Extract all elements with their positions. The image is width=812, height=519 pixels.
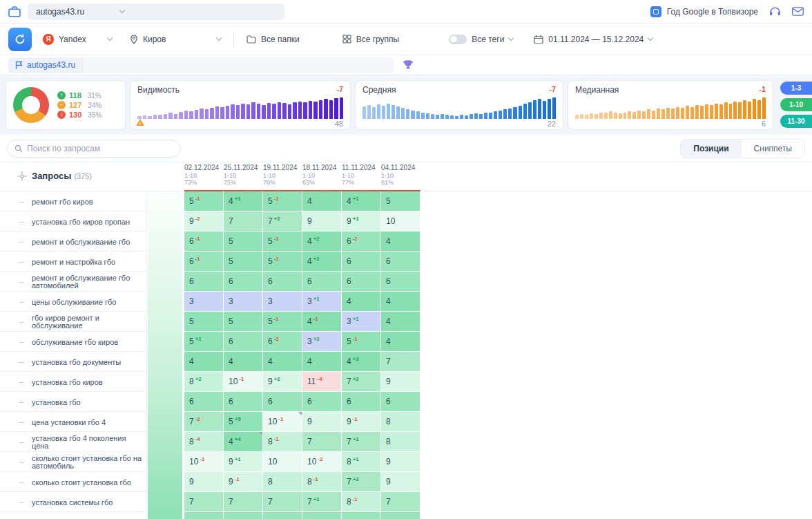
position-cell[interactable]: 9-1	[224, 472, 262, 491]
table-row[interactable]: –установка гбо документы44444+37	[0, 352, 812, 372]
position-cell[interactable]: 3	[184, 292, 223, 311]
position-cell[interactable]: 7	[302, 432, 341, 451]
table-row[interactable]: –сколько стоит установка гбо на автомоби…	[0, 452, 812, 472]
position-cell[interactable]: 4	[184, 352, 223, 371]
row-handle[interactable]: –	[19, 377, 23, 386]
query-label[interactable]: установка гбо 4 поколения цена	[32, 435, 144, 450]
row-handle[interactable]: –	[19, 297, 23, 305]
position-cell[interactable]: 6-3	[263, 332, 302, 351]
query-label[interactable]: установка гбо киров	[32, 378, 144, 386]
query-label[interactable]: установка гбо киров пропан	[32, 218, 144, 225]
row-handle[interactable]: –	[19, 417, 23, 426]
position-cell[interactable]: 3+1	[302, 292, 341, 311]
position-cell[interactable]: 8-4	[184, 432, 223, 451]
range-badge[interactable]: 1-10	[780, 98, 812, 111]
row-handle[interactable]: –	[19, 197, 23, 205]
trophy-icon[interactable]	[403, 59, 414, 70]
column-header[interactable]: 04.11.20241-1081%	[381, 164, 420, 186]
position-cell[interactable]: 6-2	[342, 232, 380, 251]
mail-icon[interactable]	[792, 7, 804, 16]
table-row[interactable]: –установка гбо 4 поколения цена8-44+48-1…	[0, 432, 812, 452]
query-label[interactable]: ремонт и обслуживание гбо автомобилей	[32, 274, 144, 290]
position-cell[interactable]: 9	[302, 211, 341, 231]
position-cell[interactable]: 10-1	[224, 372, 262, 391]
position-cell[interactable]: 7+2	[263, 211, 302, 231]
position-cell[interactable]: 4	[224, 352, 262, 371]
table-row[interactable]: –цены обслуживание гбо3333+144	[0, 292, 812, 312]
position-cell[interactable]: 7+2	[342, 372, 380, 391]
position-cell[interactable]: 7+2	[342, 472, 380, 491]
search-engine-select[interactable]: Я Yandex	[43, 34, 112, 45]
column-header[interactable]: 19.11.20241-1070%	[263, 164, 302, 186]
position-cell[interactable]: 9+1	[342, 211, 380, 231]
row-handle[interactable]: –	[19, 498, 23, 506]
position-cell[interactable]: 10-2	[302, 452, 341, 471]
query-label[interactable]: ремонт гбо киров	[32, 198, 144, 205]
position-cell[interactable]: 4	[302, 191, 341, 211]
table-row[interactable]: –ремонт гбо киров5-14+15-144+15	[0, 191, 812, 211]
position-cell[interactable]: 5	[224, 312, 262, 331]
tab-snippets[interactable]: Сниппеты	[742, 140, 804, 158]
position-cell[interactable]: 6	[381, 252, 420, 271]
position-cell[interactable]: 10-1	[263, 412, 302, 431]
table-row[interactable]: –установка системы гбо7777+18-17	[0, 492, 812, 512]
position-cell[interactable]: 5-1	[263, 312, 302, 331]
position-cell[interactable]: 6	[263, 392, 302, 411]
position-cell[interactable]: 7+1	[302, 492, 341, 511]
project-domain-chip[interactable]: autogas43.ru	[8, 57, 82, 73]
position-cell[interactable]: 6	[184, 272, 223, 291]
position-cell[interactable]: 6	[342, 392, 380, 411]
position-cell[interactable]: 5	[224, 252, 262, 271]
position-cell[interactable]: 5-1	[263, 191, 302, 211]
table-row[interactable]: –гбо киров ремонт и обслуживание555-14-1…	[0, 312, 812, 332]
position-cell[interactable]: 4+2	[302, 252, 341, 271]
position-cell[interactable]: 10	[263, 452, 302, 471]
row-handle[interactable]: –	[19, 397, 23, 406]
position-cell[interactable]: 9-2	[184, 211, 223, 231]
table-row[interactable]: –установка гбо киров пропан9-277+299+110	[0, 211, 812, 232]
folders-select[interactable]: Все папки	[246, 35, 300, 44]
position-cell[interactable]: 5+5	[224, 412, 262, 431]
position-cell[interactable]: 10	[381, 211, 420, 231]
move-icon[interactable]	[17, 171, 27, 181]
position-cell[interactable]: 6	[302, 272, 341, 291]
query-label[interactable]: ремонт и обслуживание гбо	[32, 238, 144, 245]
position-cell[interactable]: 8-1	[342, 492, 380, 511]
position-cell[interactable]: 8-1	[263, 432, 302, 451]
table-row[interactable]: –установка гбо666666	[0, 392, 812, 412]
row-handle[interactable]: –	[19, 457, 23, 466]
position-cell[interactable]: 3+2	[302, 332, 341, 351]
project-select[interactable]: autogas43.ru	[28, 3, 284, 20]
row-handle[interactable]: –	[19, 337, 23, 346]
position-cell[interactable]: 4	[381, 332, 420, 351]
summary-donut-card[interactable]: ↑11831%−12734%↓13035%	[6, 80, 126, 130]
column-header[interactable]: 25.11.20241-1075%	[224, 164, 263, 186]
position-cell[interactable]: 6	[302, 392, 341, 411]
position-cell[interactable]: 5-1	[184, 191, 223, 211]
position-cell[interactable]: 4+4	[224, 432, 262, 451]
position-cell[interactable]: 9	[381, 452, 420, 471]
position-cell[interactable]: 11-4	[302, 372, 341, 391]
position-cell[interactable]: 8	[381, 412, 420, 431]
table-row[interactable]: –ремонт и настройка гбо6-155-14+266	[0, 252, 812, 272]
position-cell[interactable]: 3+1	[342, 312, 380, 331]
position-cell[interactable]: 4+1	[342, 191, 380, 211]
position-cell[interactable]: 4	[381, 312, 420, 331]
position-cell[interactable]: 7	[381, 492, 420, 511]
position-cell[interactable]: 5	[184, 312, 223, 331]
position-cell[interactable]: 7	[224, 492, 262, 511]
position-cell[interactable]: 5+1	[184, 332, 223, 351]
query-label[interactable]: сколько стоит установка гбо на автомобил…	[32, 455, 144, 470]
position-cell[interactable]: 4	[342, 292, 380, 311]
row-handle[interactable]: –	[19, 237, 23, 245]
row-handle[interactable]: –	[19, 478, 23, 486]
average-position-card[interactable]: Средняя -7 22	[355, 80, 563, 130]
tags-toggle[interactable]	[449, 35, 467, 44]
position-cell[interactable]: 8	[263, 472, 302, 491]
groups-select[interactable]: Все группы	[342, 35, 400, 44]
position-cell[interactable]: 10-1	[184, 452, 223, 471]
position-cell[interactable]: 9	[381, 372, 420, 391]
table-row[interactable]: –цена установки гбо 47-25+510-199-18	[0, 412, 812, 432]
query-label[interactable]: установка системы гбо	[32, 498, 144, 506]
date-range-select[interactable]: 01.11.2024 — 15.12.2024	[534, 35, 652, 44]
